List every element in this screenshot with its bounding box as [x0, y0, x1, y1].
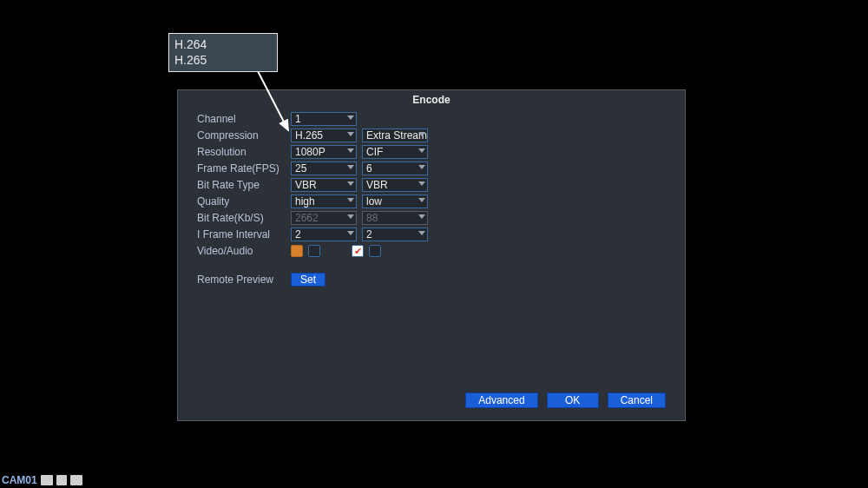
compression-value: H.265: [295, 129, 323, 142]
label-bitratekbs: Bit Rate(Kb/S): [197, 212, 291, 224]
label-framerate: Frame Rate(FPS): [197, 162, 291, 175]
quality-extra-value: low: [366, 195, 382, 208]
encode-form: Channel 1 Compression H.265 Extra Stream…: [178, 111, 685, 288]
resolution-extra-value: CIF: [366, 146, 383, 158]
iframe-extra-value: 2: [366, 228, 372, 241]
compression-select[interactable]: H.265: [291, 129, 357, 142]
chevron-down-icon: [347, 165, 354, 169]
label-quality: Quality: [197, 195, 291, 208]
dialog-title: Encode: [178, 90, 685, 111]
iframe-main-value: 2: [295, 228, 301, 241]
bitratekbs-main-select: 2662: [291, 211, 357, 225]
advanced-button[interactable]: Advanced: [465, 392, 537, 408]
chevron-down-icon: [347, 198, 354, 202]
resolution-main-select[interactable]: 1080P: [291, 145, 357, 159]
bitratekbs-extra-select: 88: [362, 211, 428, 225]
chevron-down-icon: [418, 165, 425, 169]
framerate-main-select[interactable]: 25: [291, 162, 357, 175]
chevron-down-icon: [347, 214, 354, 219]
chevron-down-icon: [347, 115, 354, 120]
encode-dialog: Encode Channel 1 Compression H.265 Extra…: [177, 89, 686, 421]
chevron-down-icon: [347, 181, 354, 186]
compression-option[interactable]: H.264: [174, 36, 272, 52]
label-compression: Compression: [197, 129, 291, 142]
quality-extra-select[interactable]: low: [362, 195, 428, 208]
compression-options-callout: H.264 H.265: [168, 33, 278, 72]
extra-stream-select[interactable]: Extra Stream: [362, 129, 428, 142]
set-button[interactable]: Set: [291, 273, 326, 287]
framerate-main-value: 25: [295, 162, 306, 175]
record-icon: [41, 475, 53, 485]
camera-label: CAM01: [2, 474, 37, 486]
bitratetype-main-value: VBR: [295, 179, 317, 191]
cancel-button[interactable]: Cancel: [608, 392, 666, 408]
bitratetype-extra-value: VBR: [366, 179, 388, 191]
quality-main-value: high: [295, 195, 315, 208]
channel-value: 1: [295, 113, 301, 125]
label-channel: Channel: [197, 113, 291, 125]
label-iframe: I Frame Interval: [197, 228, 291, 241]
ok-button[interactable]: OK: [547, 392, 599, 408]
label-remote-preview: Remote Preview: [197, 274, 291, 286]
chevron-down-icon: [418, 198, 425, 202]
camera-icon: [70, 475, 82, 485]
framerate-extra-select[interactable]: 6: [362, 162, 428, 175]
iframe-extra-select[interactable]: 2: [362, 228, 428, 241]
audio-extra-checkbox[interactable]: [369, 245, 381, 257]
status-bar: CAM01: [2, 474, 82, 486]
dialog-footer: Advanced OK Cancel: [465, 392, 666, 408]
quality-main-select[interactable]: high: [291, 195, 357, 208]
compression-option[interactable]: H.265: [174, 52, 272, 68]
chevron-down-icon: [347, 148, 354, 153]
audio-main-checkbox[interactable]: [308, 245, 320, 257]
resolution-extra-select[interactable]: CIF: [362, 145, 428, 159]
bitratetype-main-select[interactable]: VBR: [291, 178, 357, 192]
speaker-icon: [56, 475, 67, 485]
video-extra-checkbox[interactable]: ✔: [352, 245, 364, 257]
chevron-down-icon: [418, 181, 425, 186]
bitratekbs-extra-value: 88: [366, 212, 378, 224]
chevron-down-icon: [418, 214, 425, 219]
label-bitratetype: Bit Rate Type: [197, 179, 291, 191]
resolution-main-value: 1080P: [295, 146, 326, 158]
framerate-extra-value: 6: [366, 162, 372, 175]
channel-select[interactable]: 1: [291, 112, 357, 126]
label-videoaudio: Video/Audio: [197, 245, 291, 257]
chevron-down-icon: [418, 148, 425, 153]
chevron-down-icon: [347, 231, 354, 235]
chevron-down-icon: [347, 132, 354, 136]
chevron-down-icon: [418, 132, 425, 136]
iframe-main-select[interactable]: 2: [291, 228, 357, 241]
chevron-down-icon: [418, 231, 425, 235]
bitratetype-extra-select[interactable]: VBR: [362, 178, 428, 192]
label-resolution: Resolution: [197, 146, 291, 158]
video-main-checkbox[interactable]: [291, 245, 303, 257]
bitratekbs-main-value: 2662: [295, 212, 319, 224]
